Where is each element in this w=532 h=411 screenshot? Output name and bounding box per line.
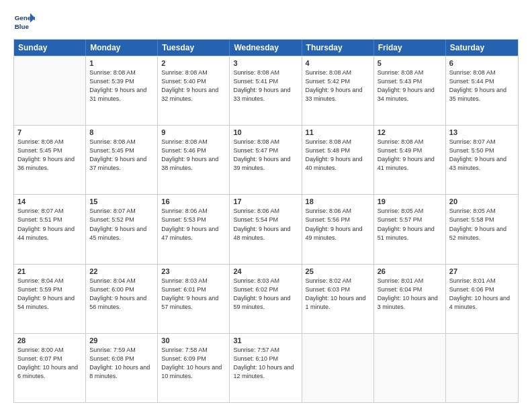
weekday-header: Sunday (14, 40, 86, 56)
calendar-cell: 30Sunrise: 7:58 AMSunset: 6:09 PMDayligh… (158, 334, 230, 402)
calendar-cell: 28Sunrise: 8:00 AMSunset: 6:07 PMDayligh… (14, 334, 86, 402)
day-number: 5 (378, 59, 442, 67)
calendar-cell: 17Sunrise: 8:06 AMSunset: 5:54 PMDayligh… (230, 195, 302, 263)
day-number: 12 (378, 128, 442, 136)
calendar-cell: 15Sunrise: 8:07 AMSunset: 5:52 PMDayligh… (86, 195, 158, 263)
calendar-cell: 5Sunrise: 8:08 AMSunset: 5:43 PMDaylight… (374, 56, 446, 125)
day-info: Sunrise: 8:08 AMSunset: 5:49 PMDaylight:… (378, 138, 442, 173)
day-info: Sunrise: 7:57 AMSunset: 6:10 PMDaylight:… (233, 346, 298, 381)
day-number: 18 (306, 197, 370, 205)
calendar-cell: 6Sunrise: 8:08 AMSunset: 5:44 PMDaylight… (446, 56, 518, 125)
calendar-cell: 9Sunrise: 8:08 AMSunset: 5:46 PMDaylight… (158, 126, 230, 194)
day-info: Sunrise: 8:01 AMSunset: 6:06 PMDaylight:… (449, 277, 515, 312)
day-info: Sunrise: 8:04 AMSunset: 5:59 PMDaylight:… (17, 277, 82, 312)
day-info: Sunrise: 8:07 AMSunset: 5:52 PMDaylight:… (89, 207, 154, 242)
calendar-cell: 20Sunrise: 8:05 AMSunset: 5:58 PMDayligh… (446, 195, 518, 263)
calendar-cell: 29Sunrise: 7:59 AMSunset: 6:08 PMDayligh… (86, 334, 158, 402)
day-info: Sunrise: 8:02 AMSunset: 6:03 PMDaylight:… (306, 277, 370, 312)
calendar-cell: 4Sunrise: 8:08 AMSunset: 5:42 PMDaylight… (302, 56, 374, 125)
day-number: 8 (89, 128, 154, 136)
logo: General Blue (13, 11, 35, 32)
week-row-3: 14Sunrise: 8:07 AMSunset: 5:51 PMDayligh… (14, 194, 518, 263)
day-number: 14 (17, 197, 82, 205)
calendar-cell: 18Sunrise: 8:06 AMSunset: 5:56 PMDayligh… (302, 195, 374, 263)
day-info: Sunrise: 8:05 AMSunset: 5:58 PMDaylight:… (449, 207, 515, 242)
day-number: 20 (449, 197, 515, 205)
week-row-4: 21Sunrise: 8:04 AMSunset: 5:59 PMDayligh… (14, 264, 518, 333)
day-number: 19 (378, 197, 442, 205)
day-info: Sunrise: 7:58 AMSunset: 6:09 PMDaylight:… (161, 346, 226, 381)
svg-text:Blue: Blue (15, 23, 30, 30)
day-info: Sunrise: 8:08 AMSunset: 5:45 PMDaylight:… (17, 138, 82, 173)
calendar-cell: 7Sunrise: 8:08 AMSunset: 5:45 PMDaylight… (14, 126, 86, 194)
week-row-1: 1Sunrise: 8:08 AMSunset: 5:39 PMDaylight… (14, 56, 518, 125)
day-info: Sunrise: 8:06 AMSunset: 5:56 PMDaylight:… (306, 207, 370, 242)
day-number: 11 (306, 128, 370, 136)
calendar-cell: 2Sunrise: 8:08 AMSunset: 5:40 PMDaylight… (158, 56, 230, 125)
day-info: Sunrise: 8:08 AMSunset: 5:40 PMDaylight:… (161, 68, 226, 103)
day-number: 31 (233, 336, 298, 345)
weekday-header: Monday (86, 40, 158, 56)
calendar-cell: 1Sunrise: 8:08 AMSunset: 5:39 PMDaylight… (86, 56, 158, 125)
day-info: Sunrise: 8:06 AMSunset: 5:53 PMDaylight:… (161, 207, 226, 242)
day-number: 17 (233, 197, 298, 205)
page: General Blue SundayMondayTuesdayWednesda… (0, 0, 532, 411)
day-number: 9 (161, 128, 226, 136)
day-number: 15 (89, 197, 154, 205)
header: General Blue (13, 11, 519, 32)
day-number: 7 (17, 128, 82, 136)
calendar-cell: 3Sunrise: 8:08 AMSunset: 5:41 PMDaylight… (230, 56, 302, 125)
day-info: Sunrise: 8:08 AMSunset: 5:43 PMDaylight:… (378, 68, 442, 103)
day-info: Sunrise: 8:07 AMSunset: 5:50 PMDaylight:… (449, 138, 515, 173)
day-number: 30 (161, 336, 226, 345)
calendar-body: 1Sunrise: 8:08 AMSunset: 5:39 PMDaylight… (14, 56, 518, 402)
day-number: 2 (161, 59, 226, 67)
calendar-cell: 13Sunrise: 8:07 AMSunset: 5:50 PMDayligh… (446, 126, 518, 194)
day-number: 27 (449, 267, 515, 275)
calendar-cell: 26Sunrise: 8:01 AMSunset: 6:04 PMDayligh… (374, 265, 446, 333)
calendar-cell (14, 56, 86, 125)
day-number: 13 (449, 128, 515, 136)
calendar-cell (446, 334, 518, 402)
day-info: Sunrise: 7:59 AMSunset: 6:08 PMDaylight:… (89, 346, 154, 381)
day-number: 3 (233, 59, 298, 67)
day-info: Sunrise: 8:08 AMSunset: 5:42 PMDaylight:… (306, 68, 370, 103)
day-info: Sunrise: 8:04 AMSunset: 6:00 PMDaylight:… (89, 277, 154, 312)
day-info: Sunrise: 8:08 AMSunset: 5:46 PMDaylight:… (161, 138, 226, 173)
day-number: 21 (17, 267, 82, 275)
calendar-cell: 27Sunrise: 8:01 AMSunset: 6:06 PMDayligh… (446, 265, 518, 333)
day-info: Sunrise: 8:01 AMSunset: 6:04 PMDaylight:… (378, 277, 442, 312)
calendar-cell: 24Sunrise: 8:03 AMSunset: 6:02 PMDayligh… (230, 265, 302, 333)
day-info: Sunrise: 8:08 AMSunset: 5:44 PMDaylight:… (449, 68, 515, 103)
calendar-cell: 21Sunrise: 8:04 AMSunset: 5:59 PMDayligh… (14, 265, 86, 333)
day-info: Sunrise: 8:03 AMSunset: 6:01 PMDaylight:… (161, 277, 226, 312)
weekday-header: Friday (374, 40, 446, 56)
day-number: 6 (449, 59, 515, 67)
day-number: 24 (233, 267, 298, 275)
calendar-cell: 12Sunrise: 8:08 AMSunset: 5:49 PMDayligh… (374, 126, 446, 194)
day-info: Sunrise: 8:08 AMSunset: 5:48 PMDaylight:… (306, 138, 370, 173)
calendar-cell: 31Sunrise: 7:57 AMSunset: 6:10 PMDayligh… (230, 334, 302, 402)
calendar-cell: 8Sunrise: 8:08 AMSunset: 5:45 PMDaylight… (86, 126, 158, 194)
day-number: 29 (89, 336, 154, 345)
calendar: SundayMondayTuesdayWednesdayThursdayFrid… (13, 39, 519, 403)
calendar-cell (302, 334, 374, 402)
day-number: 22 (89, 267, 154, 275)
weekday-header: Wednesday (230, 40, 302, 56)
day-info: Sunrise: 8:06 AMSunset: 5:54 PMDaylight:… (233, 207, 298, 242)
day-info: Sunrise: 8:08 AMSunset: 5:45 PMDaylight:… (89, 138, 154, 173)
day-info: Sunrise: 8:03 AMSunset: 6:02 PMDaylight:… (233, 277, 298, 312)
weekday-header: Saturday (446, 40, 518, 56)
day-number: 10 (233, 128, 298, 136)
logo-icon: General Blue (13, 11, 35, 32)
week-row-5: 28Sunrise: 8:00 AMSunset: 6:07 PMDayligh… (14, 333, 518, 402)
day-number: 16 (161, 197, 226, 205)
calendar-cell: 19Sunrise: 8:05 AMSunset: 5:57 PMDayligh… (374, 195, 446, 263)
day-number: 23 (161, 267, 226, 275)
day-info: Sunrise: 8:05 AMSunset: 5:57 PMDaylight:… (378, 207, 442, 242)
day-info: Sunrise: 8:08 AMSunset: 5:41 PMDaylight:… (233, 68, 298, 103)
day-number: 25 (306, 267, 370, 275)
weekday-header: Thursday (302, 40, 374, 56)
weekday-header: Tuesday (158, 40, 230, 56)
day-info: Sunrise: 8:00 AMSunset: 6:07 PMDaylight:… (17, 346, 82, 381)
